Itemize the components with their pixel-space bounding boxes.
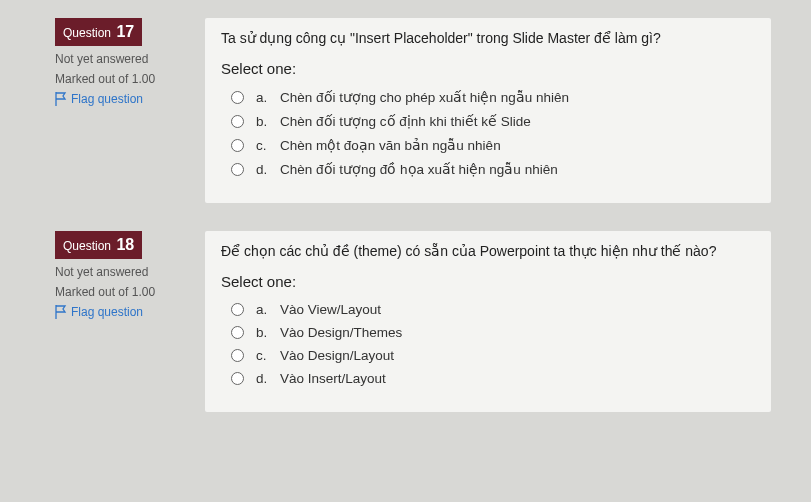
option-letter: d.	[256, 371, 270, 386]
option-text: Vào Insert/Layout	[280, 371, 755, 386]
radio-icon[interactable]	[231, 303, 244, 316]
question-badge: Question 17	[55, 18, 142, 46]
question-label: Question	[63, 239, 111, 253]
question-number: 18	[116, 236, 134, 253]
flag-question-link[interactable]: Flag question	[55, 92, 185, 106]
option-letter: a.	[256, 90, 270, 105]
option-row[interactable]: a. Vào View/Layout	[231, 302, 755, 317]
option-text: Chèn đối tượng đồ họa xuất hiện ngẫu nhi…	[280, 161, 755, 177]
option-text: Vào Design/Layout	[280, 348, 755, 363]
question-content: Ta sử dụng công cụ "Insert Placeholder" …	[205, 18, 771, 203]
option-letter: a.	[256, 302, 270, 317]
option-row[interactable]: b. Vào Design/Themes	[231, 325, 755, 340]
question-block: Question 17 Not yet answered Marked out …	[55, 18, 771, 203]
option-letter: c.	[256, 348, 270, 363]
question-block: Question 18 Not yet answered Marked out …	[55, 231, 771, 412]
status-text: Not yet answered	[55, 52, 185, 66]
question-label: Question	[63, 26, 111, 40]
marked-text: Marked out of 1.00	[55, 285, 185, 299]
option-text: Chèn đối tượng cố định khi thiết kế Slid…	[280, 113, 755, 129]
option-text: Vào View/Layout	[280, 302, 755, 317]
option-text: Chèn đối tượng cho phép xuất hiện ngẫu n…	[280, 89, 755, 105]
select-one-label: Select one:	[221, 60, 755, 77]
radio-icon[interactable]	[231, 163, 244, 176]
quiz-page: Question 17 Not yet answered Marked out …	[0, 0, 811, 458]
flag-label: Flag question	[71, 92, 143, 106]
question-sidebar: Question 18 Not yet answered Marked out …	[55, 231, 185, 319]
flag-label: Flag question	[71, 305, 143, 319]
radio-icon[interactable]	[231, 115, 244, 128]
marked-text: Marked out of 1.00	[55, 72, 185, 86]
question-sidebar: Question 17 Not yet answered Marked out …	[55, 18, 185, 106]
option-row[interactable]: c. Vào Design/Layout	[231, 348, 755, 363]
flag-icon	[55, 92, 67, 106]
option-letter: c.	[256, 138, 270, 153]
flag-question-link[interactable]: Flag question	[55, 305, 185, 319]
question-badge: Question 18	[55, 231, 142, 259]
option-letter: d.	[256, 162, 270, 177]
question-content: Để chọn các chủ đề (theme) có sẵn của Po…	[205, 231, 771, 412]
option-letter: b.	[256, 325, 270, 340]
radio-icon[interactable]	[231, 372, 244, 385]
radio-icon[interactable]	[231, 91, 244, 104]
status-text: Not yet answered	[55, 265, 185, 279]
option-row[interactable]: d. Chèn đối tượng đồ họa xuất hiện ngẫu …	[231, 161, 755, 177]
option-row[interactable]: c. Chèn một đoạn văn bản ngẫu nhiên	[231, 137, 755, 153]
flag-icon	[55, 305, 67, 319]
options-list: a. Vào View/Layout b. Vào Design/Themes …	[221, 302, 755, 386]
option-text: Chèn một đoạn văn bản ngẫu nhiên	[280, 137, 755, 153]
option-text: Vào Design/Themes	[280, 325, 755, 340]
question-text: Ta sử dụng công cụ "Insert Placeholder" …	[221, 30, 755, 46]
radio-icon[interactable]	[231, 349, 244, 362]
option-row[interactable]: b. Chèn đối tượng cố định khi thiết kế S…	[231, 113, 755, 129]
radio-icon[interactable]	[231, 326, 244, 339]
question-text: Để chọn các chủ đề (theme) có sẵn của Po…	[221, 243, 755, 259]
question-number: 17	[116, 23, 134, 40]
option-row[interactable]: a. Chèn đối tượng cho phép xuất hiện ngẫ…	[231, 89, 755, 105]
radio-icon[interactable]	[231, 139, 244, 152]
option-letter: b.	[256, 114, 270, 129]
option-row[interactable]: d. Vào Insert/Layout	[231, 371, 755, 386]
select-one-label: Select one:	[221, 273, 755, 290]
options-list: a. Chèn đối tượng cho phép xuất hiện ngẫ…	[221, 89, 755, 177]
